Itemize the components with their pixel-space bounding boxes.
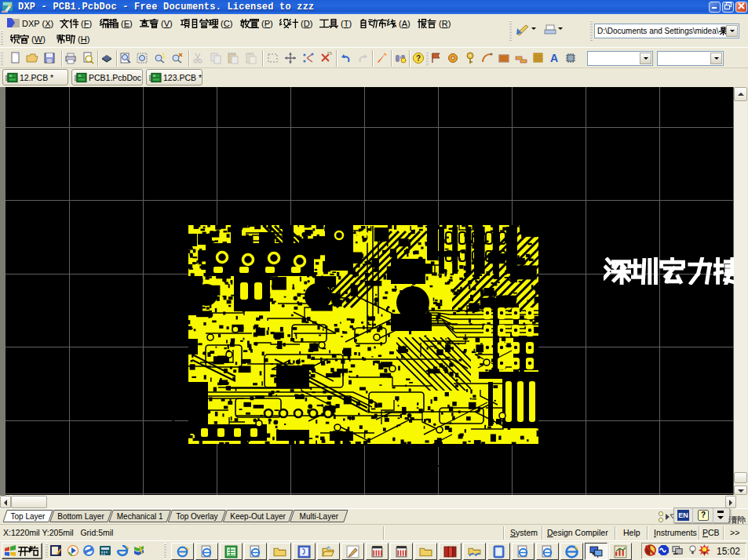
svg-text:Multi-Layer: Multi-Layer [300,512,339,521]
svg-text:Mechanical 1: Mechanical 1 [117,512,163,521]
svg-text:A: A [550,52,558,64]
svg-text:Bottom Layer: Bottom Layer [57,512,104,521]
svg-text:Top Overlay: Top Overlay [176,512,217,521]
svg-text:?: ? [416,54,421,63]
svg-text:Top Layer: Top Layer [10,512,46,521]
svg-text:Keep-Out Layer: Keep-Out Layer [230,512,286,521]
